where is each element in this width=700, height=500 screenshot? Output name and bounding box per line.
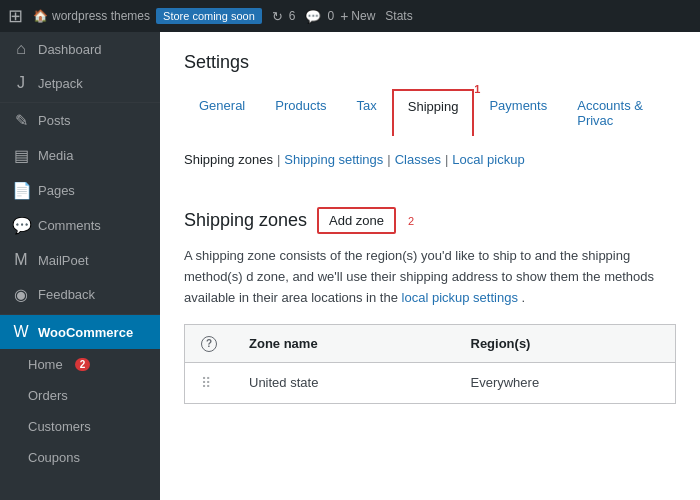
subnav-classes[interactable]: Classes	[395, 152, 441, 167]
sidebar-item-label: Orders	[28, 388, 68, 403]
sidebar-item-orders[interactable]: Orders	[0, 380, 160, 411]
sidebar-item-woocommerce[interactable]: W WooCommerce	[0, 315, 160, 349]
info-icon: ?	[201, 336, 217, 352]
sidebar-item-posts[interactable]: ✎ Posts	[0, 103, 160, 138]
sidebar: ⌂ Dashboard J Jetpack ✎ Posts ▤ Media 📄 …	[0, 32, 160, 500]
site-info: 🏠 wordpress themes	[33, 9, 150, 23]
sidebar-item-label: WooCommerce	[38, 325, 133, 340]
sidebar-item-feedback[interactable]: ◉ Feedback	[0, 277, 160, 312]
posts-icon: ✎	[12, 111, 30, 130]
mailpoet-icon: M	[12, 251, 30, 269]
plus-icon: +	[340, 8, 348, 24]
tab-products[interactable]: Products	[260, 89, 341, 136]
tab-shipping-label: Shipping	[408, 99, 459, 114]
sep3: |	[445, 152, 448, 187]
sidebar-item-pages[interactable]: 📄 Pages	[0, 173, 160, 208]
sidebar-item-coupons[interactable]: Coupons	[0, 442, 160, 473]
sep1: |	[277, 152, 280, 187]
th-info: ?	[185, 325, 234, 363]
sidebar-item-media[interactable]: ▤ Media	[0, 138, 160, 173]
sidebar-item-comments[interactable]: 💬 Comments	[0, 208, 160, 243]
zones-table: ? Zone name Region(s) ⠿ United state Eve…	[184, 324, 676, 404]
woocommerce-icon: W	[12, 323, 30, 341]
sidebar-item-label: Posts	[38, 113, 71, 128]
settings-title: Settings	[184, 52, 676, 73]
sidebar-item-label: Dashboard	[38, 42, 102, 57]
jetpack-icon: J	[12, 74, 30, 92]
subnav-local-pickup[interactable]: Local pickup	[452, 152, 524, 167]
new-label: New	[351, 9, 375, 23]
new-button[interactable]: + New	[340, 8, 375, 24]
zone-description: A shipping zone consists of the region(s…	[184, 246, 676, 308]
tab-number: 1	[474, 83, 480, 95]
zone-regions-cell: Everywhere	[455, 362, 676, 403]
add-zone-button[interactable]: Add zone	[317, 207, 396, 234]
comment-count: 6	[289, 9, 296, 23]
zone-description-end: .	[522, 290, 526, 305]
wp-icon[interactable]: ⊞	[8, 5, 23, 27]
dashboard-icon: ⌂	[12, 40, 30, 58]
table-header: ? Zone name Region(s)	[185, 325, 676, 363]
table-body: ⠿ United state Everywhere	[185, 362, 676, 403]
sidebar-item-label: MailPoet	[38, 253, 89, 268]
drag-cell: ⠿	[185, 362, 234, 403]
pages-icon: 📄	[12, 181, 30, 200]
home-icon: 🏠	[33, 9, 48, 23]
zones-section-title: Shipping zones	[184, 210, 307, 231]
site-name: wordpress themes	[52, 9, 150, 23]
th-zone-name: Zone name	[233, 325, 455, 363]
sidebar-item-label: Home	[28, 357, 63, 372]
main-content: Settings General Products Tax Shipping 1…	[160, 32, 700, 500]
bubble-count: 0	[327, 9, 334, 23]
sep2: |	[387, 152, 390, 187]
subnav-shipping-settings[interactable]: Shipping settings	[284, 152, 383, 167]
tab-payments[interactable]: Payments	[474, 89, 562, 136]
zone-name-cell: United state	[233, 362, 455, 403]
sidebar-item-label: Comments	[38, 218, 101, 233]
sidebar-item-dashboard[interactable]: ⌂ Dashboard	[0, 32, 160, 66]
th-regions: Region(s)	[455, 325, 676, 363]
zone-header: Shipping zones Add zone 2	[184, 207, 676, 234]
sidebar-item-customers[interactable]: Customers	[0, 411, 160, 442]
tab-general[interactable]: General	[184, 89, 260, 136]
sidebar-item-label: Feedback	[38, 287, 95, 302]
layout: ⌂ Dashboard J Jetpack ✎ Posts ▤ Media 📄 …	[0, 32, 700, 500]
tab-tax[interactable]: Tax	[342, 89, 392, 136]
sidebar-item-label: Media	[38, 148, 73, 163]
tabs-container: General Products Tax Shipping 1 Payments…	[184, 89, 676, 136]
sidebar-item-jetpack[interactable]: J Jetpack	[0, 66, 160, 100]
media-icon: ▤	[12, 146, 30, 165]
sidebar-menu: ⌂ Dashboard J Jetpack ✎ Posts ▤ Media 📄 …	[0, 32, 160, 473]
drag-handle-icon[interactable]: ⠿	[201, 375, 211, 391]
sub-nav: Shipping zones | Shipping settings | Cla…	[184, 152, 676, 187]
sidebar-item-label: Customers	[28, 419, 91, 434]
subnav-shipping-zones[interactable]: Shipping zones	[184, 152, 273, 187]
home-badge: 2	[75, 358, 91, 371]
local-pickup-link[interactable]: local pickup settings	[402, 290, 518, 305]
refresh-icon[interactable]: ↻	[272, 9, 283, 24]
tab-accounts[interactable]: Accounts & Privac	[562, 89, 676, 136]
top-bar: ⊞ 🏠 wordpress themes Store coming soon ↻…	[0, 0, 700, 32]
feedback-icon: ◉	[12, 285, 30, 304]
comments-icon: 💬	[12, 216, 30, 235]
sidebar-item-label: Jetpack	[38, 76, 83, 91]
sidebar-item-mailpoet[interactable]: M MailPoet	[0, 243, 160, 277]
settings-wrap: Settings General Products Tax Shipping 1…	[160, 32, 700, 500]
sidebar-item-home[interactable]: Home 2	[0, 349, 160, 380]
sidebar-item-label: Coupons	[28, 450, 80, 465]
stats-label[interactable]: Stats	[385, 9, 412, 23]
bubble-icon[interactable]: 💬	[305, 9, 321, 24]
sidebar-item-label: Pages	[38, 183, 75, 198]
store-badge: Store coming soon	[156, 8, 262, 24]
tab-shipping[interactable]: Shipping 1	[392, 89, 475, 136]
zone-number: 2	[408, 215, 414, 227]
table-row[interactable]: ⠿ United state Everywhere	[185, 362, 676, 403]
table-header-row: ? Zone name Region(s)	[185, 325, 676, 363]
